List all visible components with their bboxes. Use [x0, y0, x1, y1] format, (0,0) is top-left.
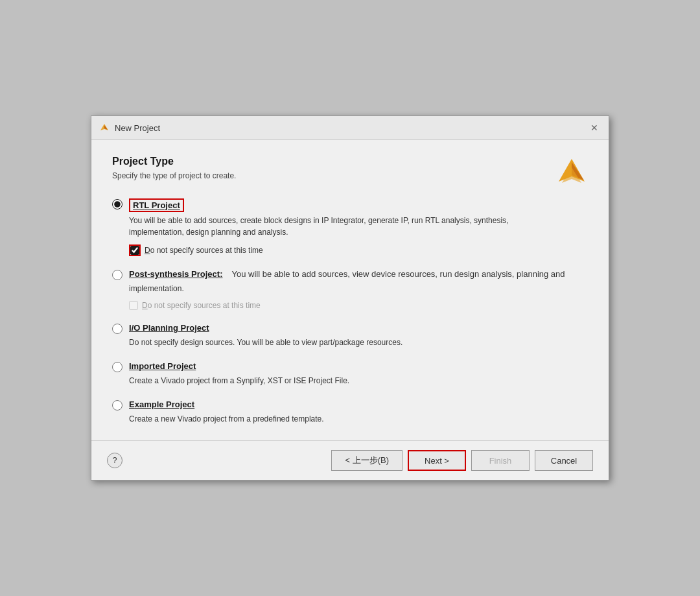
finish-button[interactable]: Finish: [471, 450, 530, 471]
option-example-group: Example Project Create a new Vivado proj…: [112, 399, 588, 425]
example-desc: Create a new Vivado project from a prede…: [129, 413, 588, 425]
project-options: RTL Project You will be able to add sour…: [112, 198, 588, 425]
io-radio[interactable]: [112, 324, 122, 334]
cancel-button[interactable]: Cancel: [535, 450, 593, 471]
vivado-small-icon: [99, 123, 110, 133]
option-example-row: Example Project: [112, 399, 588, 411]
logo-area: [555, 156, 588, 193]
option-rtl-row: RTL Project: [112, 198, 588, 212]
io-label: I/O Planning Project: [129, 323, 209, 333]
rtl-desc: You will be able to add sources, create …: [129, 215, 588, 238]
title-bar-left: New Project: [99, 123, 160, 133]
section-subtitle: Specify the type of project to create.: [112, 171, 588, 180]
section-title: Project Type: [112, 156, 588, 167]
option-rtl-group: RTL Project You will be able to add sour…: [112, 198, 588, 256]
dialog-content: Project Type Specify the type of project…: [91, 140, 609, 440]
option-postsynth-row: Post-synthesis Project: You will be able…: [112, 269, 588, 280]
back-button[interactable]: < 上一步(B): [331, 450, 402, 471]
imported-desc: Create a Vivado project from a Synplify,…: [129, 375, 588, 387]
vivado-logo: [555, 156, 588, 191]
postsynth-inline-desc: You will be able to add sources, view de…: [232, 269, 565, 279]
rtl-radio[interactable]: [112, 199, 122, 209]
new-project-dialog: New Project ✕ Project Type Specify the t…: [91, 115, 609, 481]
option-postsynth-group: Post-synthesis Project: You will be able…: [112, 269, 588, 310]
rtl-label: RTL Project: [133, 200, 180, 210]
postsynth-no-sources-checkbox[interactable]: [129, 301, 138, 310]
rtl-no-sources-checkbox[interactable]: [130, 246, 139, 255]
postsynth-desc: implementation.: [129, 283, 588, 294]
postsynth-checkbox-row: Do not specify sources at this time: [129, 301, 588, 310]
postsynth-radio[interactable]: [112, 270, 122, 280]
example-radio[interactable]: [112, 400, 122, 411]
footer-left: ?: [107, 453, 122, 468]
rtl-checkbox-row: Do not specify sources at this time: [129, 244, 588, 256]
option-io-group: I/O Planning Project Do not specify desi…: [112, 323, 588, 348]
imported-radio[interactable]: [112, 362, 122, 372]
footer-right: < 上一步(B) Next > Finish Cancel: [331, 450, 593, 471]
option-imported-row: Imported Project: [112, 361, 588, 372]
footer: ? < 上一步(B) Next > Finish Cancel: [91, 440, 609, 480]
example-label: Example Project: [129, 399, 194, 409]
postsynth-label: Post-synthesis Project:: [129, 269, 223, 279]
postsynth-checkbox-label: Do not specify sources at this time: [142, 301, 261, 310]
rtl-checkbox-label: Do not specify sources at this time: [145, 246, 263, 255]
title-bar: New Project ✕: [91, 116, 609, 140]
help-button[interactable]: ?: [107, 453, 122, 468]
next-button[interactable]: Next >: [408, 450, 466, 471]
checkbox-wrapper: [129, 244, 141, 256]
imported-label: Imported Project: [129, 361, 196, 371]
close-button[interactable]: ✕: [588, 121, 601, 134]
window-title: New Project: [115, 123, 160, 133]
option-io-row: I/O Planning Project: [112, 323, 588, 334]
io-desc: Do not specify design sources. You will …: [129, 337, 588, 348]
option-imported-group: Imported Project Create a Vivado project…: [112, 361, 588, 387]
